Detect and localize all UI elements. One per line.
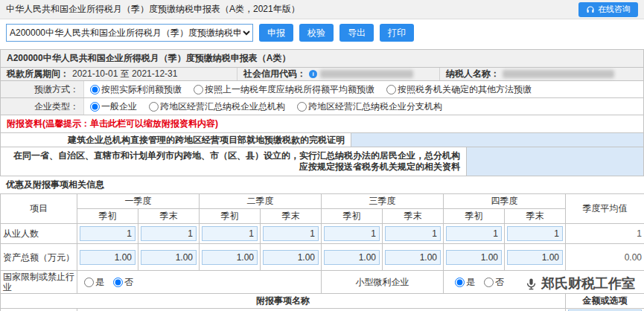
assets-input[interactable]	[202, 250, 258, 265]
info-icon[interactable]: i	[309, 70, 317, 78]
form-title: A200000中华人民共和国企业所得税月（季）度预缴纳税申报表（A类）	[1, 50, 643, 67]
employees-input[interactable]	[385, 226, 441, 241]
subheader-end: 季末	[138, 209, 200, 224]
tax-period-cell: 税款所属期间： 2021-10-01 至 2021-12-31	[1, 68, 237, 80]
toolbar: A200000中华人民共和国企业所得税月（季）度预缴纳税申报表（A类） 申报 校…	[0, 19, 644, 46]
tax-period-value: 2021-10-01 至 2021-12-31	[72, 68, 177, 80]
assets-input[interactable]	[141, 250, 197, 265]
radio-restricted-no-input[interactable]	[113, 278, 123, 287]
subheader-end: 季末	[383, 209, 444, 224]
attach-row-province-text: 在同一省、自治区、直辖市和计划单列市内跨地、市（区、县）设立的，实行汇总纳税办法…	[1, 147, 466, 176]
radio-small-micro-yes-input[interactable]	[455, 278, 465, 287]
subheader-begin: 季初	[200, 209, 261, 224]
radio-restricted-yes-input[interactable]	[84, 278, 94, 287]
taxpayer-name-redacted-value	[503, 70, 614, 78]
attach-header-row[interactable]: 附报资料(温馨提示：单击此栏可以缩放附报资料内容)	[1, 115, 643, 133]
small-micro-label: 小型微利企业	[322, 271, 444, 294]
export-button[interactable]: 导出	[339, 24, 374, 42]
credit-code-redacted-value	[320, 70, 413, 78]
radio-prepay-actual-profit[interactable]: 按照实际利润额预缴	[90, 83, 182, 96]
col-header-q3: 三季度	[322, 194, 444, 209]
radio-prepay-other-method[interactable]: 按照税务机关确定的其他方法预缴	[386, 83, 532, 96]
employees-cell	[505, 224, 566, 244]
title-bar: 中华人民共和国企业所得税月（季）度预缴纳税申报表（A类，2021年版） 在线咨询	[0, 0, 644, 19]
employees-input[interactable]	[263, 226, 319, 241]
attach-row-construction: 建筑企业总机构直接管理的跨地区经营项目部就地预缴税款的完税证明	[1, 133, 643, 147]
assets-cell	[444, 244, 505, 271]
radio-prepay-prior-year-average-input[interactable]	[194, 85, 203, 94]
subheader-begin: 季初	[322, 209, 383, 224]
matter-row-1: 事项1 支持新型冠状病毒感染的肺炎疫情防控捐赠支出全额扣除（本年累计，元）	[1, 309, 644, 311]
prepay-method-row: 预缴方式： 按照实际利润额预缴 按照上一纳税年度应纳税所得额平均额预缴 按照税务…	[1, 81, 643, 98]
radio-enterprise-branch-input[interactable]	[297, 102, 307, 112]
subheader-end: 季末	[505, 209, 566, 224]
attach-row-province-input-area[interactable]	[466, 147, 643, 176]
radio-prepay-prior-year-average[interactable]: 按照上一纳税年度应纳税所得额平均额预缴	[194, 83, 374, 96]
enterprise-type-options: 一般企业 跨地区经营汇总纳税企业总机构 跨地区经营汇总纳税企业分支机构	[84, 98, 643, 115]
employees-input[interactable]	[507, 226, 563, 241]
declare-button[interactable]: 申报	[259, 24, 293, 42]
radio-enterprise-head-office-input[interactable]	[149, 102, 159, 112]
radio-small-micro-no-input[interactable]	[484, 278, 494, 287]
credit-code-cell: 社会信用代码： i	[237, 68, 440, 80]
radio-enterprise-head-office[interactable]: 跨地区经营汇总纳税企业总机构	[149, 100, 285, 113]
assets-input[interactable]	[507, 250, 563, 265]
assets-input[interactable]	[385, 250, 441, 265]
radio-enterprise-general[interactable]: 一般企业	[90, 100, 137, 113]
online-consult-button[interactable]: 在线咨询	[578, 2, 638, 17]
assets-input[interactable]	[324, 250, 380, 265]
tax-period-label: 税款所属期间：	[7, 68, 69, 80]
matter-1-text-cell: 支持新型冠状病毒感染的肺炎疫情防控捐赠支出全额扣除（本年累计，元）	[77, 309, 566, 311]
attach-row-construction-input-area[interactable]	[351, 133, 643, 147]
table-header-row-1: 项目 一季度 二季度 三季度 四季度 季度平均值	[1, 194, 644, 209]
radio-restricted-yes[interactable]: 是	[84, 276, 104, 289]
section-title: 优惠及附报事项相关信息	[0, 176, 644, 193]
employees-cell	[383, 224, 444, 244]
period-row: 税款所属期间： 2021-10-01 至 2021-12-31 社会信用代码： …	[1, 68, 643, 81]
employees-cell	[138, 224, 200, 244]
subheader-begin: 季初	[444, 209, 505, 224]
employees-input[interactable]	[324, 226, 380, 241]
radio-prepay-other-method-input[interactable]	[386, 85, 396, 94]
col-header-q4: 四季度	[444, 194, 566, 209]
employees-input[interactable]	[202, 226, 258, 241]
form-select[interactable]: A200000中华人民共和国企业所得税月（季）度预缴纳税申报表（A类）	[6, 24, 253, 42]
employees-input[interactable]	[446, 226, 502, 241]
employees-cell	[200, 224, 261, 244]
employees-input[interactable]	[141, 226, 197, 241]
validate-button[interactable]: 校验	[299, 24, 334, 42]
radio-prepay-actual-profit-input[interactable]	[90, 85, 100, 94]
radio-enterprise-general-input[interactable]	[90, 102, 100, 112]
matter-1-amount-cell	[566, 309, 644, 311]
radio-small-micro-yes[interactable]: 是	[455, 276, 475, 289]
radio-label: 按照上一纳税年度应纳税所得额平均额预缴	[205, 83, 374, 96]
microphone-icon	[525, 278, 538, 290]
prepay-method-label: 预缴方式：	[1, 81, 84, 97]
page-title: 中华人民共和国企业所得税月（季）度预缴纳税申报表（A类，2021年版）	[6, 3, 300, 16]
employees-input[interactable]	[80, 226, 136, 241]
radio-small-micro-no[interactable]: 否	[484, 276, 504, 289]
headset-icon	[586, 5, 595, 14]
form-title-row: A200000中华人民共和国企业所得税月（季）度预缴纳税申报表（A类）	[1, 50, 643, 68]
taxpayer-name-label: 纳税人名称：	[446, 68, 500, 80]
assets-input[interactable]	[80, 250, 136, 265]
employees-cell	[444, 224, 505, 244]
employees-cell	[261, 224, 322, 244]
restricted-industry-options: 是 否	[80, 276, 319, 289]
assets-input[interactable]	[263, 250, 319, 265]
assets-cell	[77, 244, 138, 271]
restricted-industry-cell: 是 否	[77, 271, 322, 294]
col-header-q1: 一季度	[77, 194, 200, 209]
radio-restricted-no[interactable]: 否	[113, 276, 133, 289]
subheader-begin: 季初	[77, 209, 138, 224]
assets-cell	[383, 244, 444, 271]
assets-input[interactable]	[446, 250, 502, 265]
radio-label: 是	[95, 276, 104, 289]
employees-cell	[77, 224, 138, 244]
matters-header: 附报事项名称	[1, 294, 566, 309]
radio-enterprise-branch[interactable]: 跨地区经营汇总纳税企业分支机构	[297, 100, 442, 113]
print-button[interactable]: 打印	[380, 24, 414, 42]
restricted-industry-label: 国家限制或禁止行业	[1, 271, 77, 294]
employees-row: 从业人数 1	[1, 224, 644, 244]
online-consult-label: 在线咨询	[598, 4, 631, 15]
